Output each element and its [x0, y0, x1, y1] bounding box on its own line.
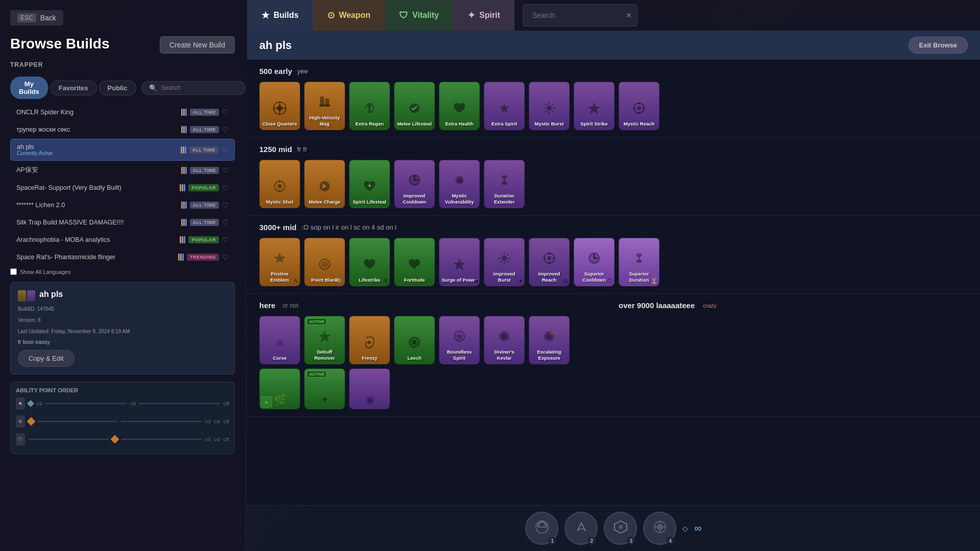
tab-vitality[interactable]: 🛡 Vitality: [385, 0, 453, 31]
item-mystic-reach[interactable]: Mystic Reach: [619, 82, 659, 130]
item-duration-extender[interactable]: Duration Extender: [484, 160, 525, 208]
build-item[interactable]: ******* Lichen 2.0 ALL TIME ♡: [10, 197, 235, 213]
frenzy-icon: [361, 334, 378, 353]
tab-builds[interactable]: ★ Builds: [247, 0, 313, 31]
svg-point-22: [633, 107, 635, 109]
favorite-icon[interactable]: ♡: [222, 184, 229, 192]
svg-line-46: [500, 261, 502, 262]
build-detail-version: Version: 8: [18, 316, 227, 324]
ability-slot-2[interactable]: 2: [565, 512, 598, 545]
svg-marker-16: [588, 102, 600, 114]
item-superior-cooldown[interactable]: ⏱ Superior Cooldown: [574, 238, 615, 286]
favorite-icon[interactable]: ♡: [222, 166, 229, 174]
item-spirit-strike[interactable]: Spirit Strike: [574, 82, 615, 130]
tab-weapon[interactable]: ⊙ Weapon: [313, 0, 385, 31]
top-tabs: ★ Builds ⊙ Weapon 🛡 Vitality ✦ Spirit ✕: [247, 0, 980, 31]
build-badge: POPULAR: [188, 184, 219, 191]
svg-point-21: [638, 112, 640, 114]
item-improved-burst[interactable]: ✦ Improved Burst: [484, 238, 525, 286]
item-extra-spirit[interactable]: Extra Spirit: [484, 82, 525, 130]
favorite-icon[interactable]: ♡: [222, 218, 229, 227]
ability-slot-3[interactable]: 3: [604, 512, 637, 545]
item-close-quarters[interactable]: Close Quarters: [259, 82, 300, 130]
item-escalating-exposure[interactable]: ☠ Escalating Exposure: [529, 316, 570, 364]
item-extra-regen[interactable]: Extra Regen: [349, 82, 390, 130]
item-partial-1[interactable]: 🌿 A: [259, 368, 300, 409]
build-item[interactable]: трупер жоски секс ALL TIME ♡: [10, 121, 235, 138]
svg-point-49: [548, 253, 550, 255]
item-surge-of-power[interactable]: ✸ Surge of Power: [439, 238, 480, 286]
item-superior-duration[interactable]: ⏳ Superior Duration: [619, 238, 659, 286]
item-mystic-vulnerability[interactable]: ☠ Mystic Vulnerability: [439, 160, 480, 208]
item-name: Leech: [405, 355, 423, 361]
item-improved-cooldown[interactable]: Improved Cooldown: [394, 160, 435, 208]
back-button[interactable]: ESC Back: [10, 10, 63, 26]
svg-line-13: [552, 111, 553, 112]
copy-edit-button[interactable]: Copy & Edit: [18, 350, 75, 367]
sub-section-over9000: over 9000 laaaaateee crazy: [619, 301, 968, 409]
item-name: Duration Extender: [484, 193, 524, 205]
item-debuff-remover[interactable]: ACTIVE Debuff Remover: [304, 316, 345, 364]
item-pristine-emblem[interactable]: ✎ Pristine Emblem: [259, 238, 300, 286]
item-name: Lifestrike: [357, 277, 382, 283]
tab-spirit[interactable]: ✦ Spirit: [453, 0, 514, 31]
favorite-icon[interactable]: ♡: [222, 126, 229, 134]
favorite-icon[interactable]: ♡: [222, 236, 229, 244]
item-frenzy[interactable]: Frenzy: [349, 316, 390, 364]
build-item[interactable]: Arachnophobia - MOBA analytics POPULAR ♡: [10, 232, 235, 248]
build-item[interactable]: Silk Trap Build MASSIVE DAMAGE!!!! ALL T…: [10, 214, 235, 231]
duration-extender-icon: [496, 171, 513, 191]
improved-burst-icon: [496, 249, 513, 269]
build-header: ah pls Exit Browse: [247, 31, 980, 60]
favorite-icon[interactable]: ♡: [222, 108, 229, 116]
item-partial-3[interactable]: ◉: [349, 368, 390, 409]
favorite-icon[interactable]: ♡: [222, 253, 229, 261]
item-high-velocity-mag[interactable]: High-Velocity Mag: [304, 82, 345, 130]
item-partial-2[interactable]: ACTIVE ✦: [304, 368, 345, 409]
item-spirit-lifesteal[interactable]: Spirit Lifesteal: [349, 160, 390, 208]
top-search-box: ✕: [523, 4, 638, 27]
svg-point-38: [502, 256, 507, 261]
item-melee-lifesteal[interactable]: Melee Lifesteal: [394, 82, 435, 130]
ability-slot-4[interactable]: 4: [643, 512, 676, 545]
item-curse[interactable]: ☠ Curse: [259, 316, 300, 364]
svg-point-48: [547, 256, 551, 260]
item-improved-reach[interactable]: ⊙ Improved Reach: [529, 238, 570, 286]
item-extra-health[interactable]: Extra Health: [439, 82, 480, 130]
escalating-exposure-icon: ☠: [541, 328, 558, 347]
exit-browse-button[interactable]: Exit Browse: [909, 37, 968, 54]
build-item[interactable]: Space Rat's- Phantasmicide flinger TREND…: [10, 249, 235, 265]
top-search-input[interactable]: [528, 8, 626, 22]
item-point-blank[interactable]: 🔍 Point Blank: [304, 238, 345, 286]
item-boundless-spirit[interactable]: Boundless Spirit: [439, 316, 480, 364]
ability-slot-1[interactable]: 1: [525, 512, 558, 545]
tab-public[interactable]: Public: [99, 81, 136, 95]
show-all-languages-checkbox[interactable]: [10, 268, 17, 275]
favorite-icon[interactable]: ♡: [222, 201, 229, 209]
build-item[interactable]: SpaceRat- Support (Very Badly Built) POP…: [10, 180, 235, 196]
mystic-reach-icon: [630, 99, 648, 119]
build-item[interactable]: ONCLR Spider King ALL TIME ♡: [10, 104, 235, 120]
item-mystic-shot[interactable]: Mystic Shot: [259, 160, 300, 208]
tab-my-builds[interactable]: My Builds: [10, 77, 48, 99]
search-builds-input[interactable]: [161, 84, 238, 91]
create-new-button[interactable]: Create New Build: [160, 36, 235, 54]
item-leech[interactable]: Leech: [394, 316, 435, 364]
item-mystic-burst[interactable]: Mystic Burst: [529, 82, 570, 130]
ability-section-title: Ability Point Order: [16, 387, 229, 393]
overlay-icon: ✎: [383, 278, 388, 285]
item-melee-charge[interactable]: Melee Charge: [304, 160, 345, 208]
item-diviners-kevlar[interactable]: ⚙ Diviner's Kevlar: [484, 316, 525, 364]
item-lifestrike[interactable]: ✎ Lifestrike: [349, 238, 390, 286]
build-item-active[interactable]: ah pls Currently Active ALL TIME ♡: [10, 139, 235, 161]
items-grid-here: ☠ Curse ACTIVE Debuff Remover: [259, 316, 608, 364]
search-close-icon[interactable]: ✕: [626, 11, 632, 19]
tab-favorites[interactable]: Favorites: [50, 81, 97, 95]
item-fortitude[interactable]: ♡ Fortitude: [394, 238, 435, 286]
ability-diamond: [27, 400, 34, 407]
build-item[interactable]: AP保安 ALL TIME ♡: [10, 162, 235, 179]
build-badge: ALL TIME: [189, 146, 218, 154]
items-grid-500: Close Quarters High-Velocity Mag: [259, 82, 968, 130]
svg-line-12: [545, 104, 547, 106]
favorite-icon[interactable]: ♡: [222, 146, 228, 154]
